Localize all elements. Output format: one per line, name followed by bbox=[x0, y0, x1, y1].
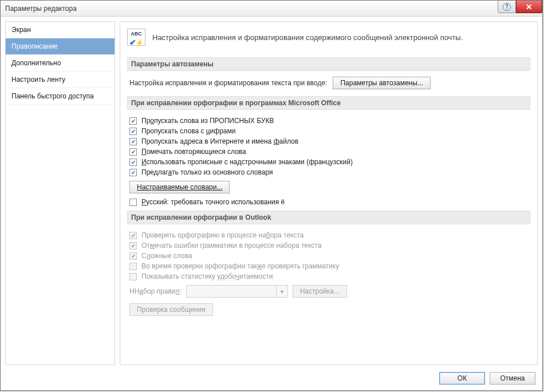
autocorrect-row: Настройка исправления и форматирования т… bbox=[127, 77, 530, 89]
sidebar-item-label: Правописание bbox=[11, 42, 58, 50]
checkbox-icon bbox=[129, 263, 137, 270]
cancel-button[interactable]: Отмена bbox=[490, 372, 535, 385]
checkbox-icon bbox=[129, 232, 137, 239]
settings-button: Настройка... bbox=[293, 285, 347, 298]
rules-row: ННабор правил: ▾ Настройка... bbox=[127, 282, 530, 300]
ok-button[interactable]: ОК bbox=[439, 372, 485, 385]
check-readability-stats: Показывать статистику удобочитаемости bbox=[127, 271, 530, 282]
category-sidebar: Экран Правописание Дополнительно Настрои… bbox=[5, 21, 115, 365]
checkbox-icon bbox=[129, 273, 137, 280]
sidebar-item-advanced[interactable]: Дополнительно bbox=[6, 55, 115, 72]
autocorrect-label: Настройка исправления и форматирования т… bbox=[129, 79, 327, 87]
dialog-body: Экран Правописание Дополнительно Настрои… bbox=[1, 17, 542, 365]
sidebar-item-customize-ribbon[interactable]: Настроить ленту bbox=[6, 72, 115, 88]
check-ignore-numbers[interactable]: Пропускать слова с цифрами bbox=[127, 126, 530, 136]
sidebar-item-proofing[interactable]: Правописание bbox=[6, 38, 115, 55]
close-icon: ✕ bbox=[526, 2, 533, 11]
custom-dict-row: Настраиваемые словари... bbox=[127, 177, 530, 197]
check-french-accents[interactable]: Использовать прописные с надстрочными зн… bbox=[127, 157, 530, 167]
abc-spellcheck-icon: ABC ✔ ⚡ bbox=[127, 29, 145, 46]
checkbox-icon bbox=[129, 252, 137, 260]
check-russian-yo[interactable]: Русский: требовать точного использования… bbox=[127, 197, 530, 207]
editor-options-dialog: Параметры редактора ? ✕ Экран Правописан… bbox=[0, 0, 543, 391]
chevron-down-icon: ▾ bbox=[276, 286, 287, 297]
help-icon: ? bbox=[503, 3, 511, 11]
check-main-dictionary-only[interactable]: Предлагать только из основного словаря bbox=[127, 167, 530, 177]
checkbox-icon bbox=[129, 159, 137, 166]
window-title: Параметры редактора bbox=[5, 5, 77, 13]
section-outlook-spell-header: При исправлении орфографии в Outlook bbox=[127, 211, 530, 224]
bolt-icon: ⚡ bbox=[135, 39, 144, 46]
intro-row: ABC ✔ ⚡ Настройка исправления и форматир… bbox=[127, 29, 530, 46]
checkbox-icon bbox=[129, 128, 137, 135]
rules-label: ННабор правил: bbox=[129, 287, 182, 295]
section-autocorrect-header: Параметры автозамены bbox=[127, 57, 530, 71]
recheck-row: Проверка сообщения bbox=[127, 300, 530, 319]
check-spell-as-you-type: Проверять орфографию в процессе набора т… bbox=[127, 230, 530, 240]
intro-text: Настройка исправления и форматирования с… bbox=[152, 33, 463, 42]
sidebar-item-label: Панель быстрого доступа bbox=[11, 92, 94, 100]
autocorrect-options-button[interactable]: Параметры автозамены... bbox=[333, 77, 430, 89]
check-grammar-as-you-type: Отмечать ошибки грамматики в процессе на… bbox=[127, 240, 530, 251]
rules-select: ▾ bbox=[186, 285, 288, 298]
check-compound-words: Сложные слова bbox=[127, 251, 530, 261]
content-pane: ABC ✔ ⚡ Настройка исправления и форматир… bbox=[120, 21, 538, 365]
checkbox-icon bbox=[129, 148, 137, 156]
check-ignore-uppercase[interactable]: Пропускать слова из ПРОПИСНЫХ БУКВ bbox=[127, 116, 530, 126]
checkbox-icon bbox=[129, 138, 137, 145]
section-office-spell-header: При исправлении орфографии в программах … bbox=[127, 96, 530, 110]
checkbox-icon bbox=[129, 199, 137, 206]
sidebar-item-label: Дополнительно bbox=[11, 59, 61, 67]
titlebar: Параметры редактора ? ✕ bbox=[1, 1, 542, 17]
checkbox-icon bbox=[129, 242, 137, 250]
help-button[interactable]: ? bbox=[498, 1, 516, 13]
checkbox-icon bbox=[129, 169, 137, 176]
sidebar-item-screen[interactable]: Экран bbox=[6, 22, 115, 38]
close-button[interactable]: ✕ bbox=[516, 1, 542, 13]
dialog-footer: ОК Отмена bbox=[1, 365, 542, 390]
check-grammar-with-spell: Во время проверки орфографии также прове… bbox=[127, 261, 530, 271]
recheck-message-button: Проверка сообщения bbox=[129, 303, 213, 316]
checkbox-icon bbox=[129, 117, 137, 125]
sidebar-item-label: Настроить ленту bbox=[11, 76, 65, 84]
check-flag-repeated[interactable]: Помечать повторяющиеся слова bbox=[127, 146, 530, 157]
check-ignore-internet[interactable]: Пропускать адреса в Интернете и имена фа… bbox=[127, 136, 530, 146]
sidebar-item-quick-access[interactable]: Панель быстрого доступа bbox=[6, 88, 115, 105]
window-buttons: ? ✕ bbox=[498, 1, 542, 13]
sidebar-item-label: Экран bbox=[11, 26, 31, 34]
custom-dictionaries-button[interactable]: Настраиваемые словари... bbox=[129, 181, 230, 193]
